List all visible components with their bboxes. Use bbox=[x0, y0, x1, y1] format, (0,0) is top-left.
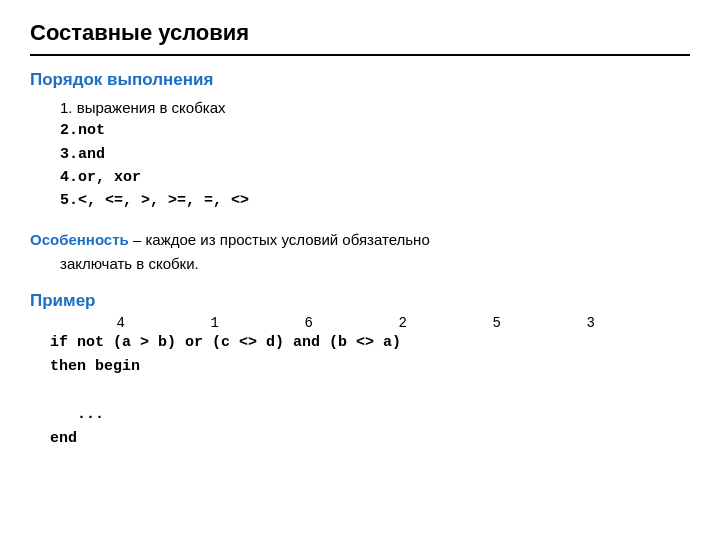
list-item: 2.not bbox=[60, 119, 690, 142]
feature-text-line2: заключать в скобки. bbox=[60, 252, 690, 275]
execution-order-heading: Порядок выполнения bbox=[30, 70, 690, 90]
feature-block: Особенность – каждое из простых условий … bbox=[30, 228, 690, 275]
example-numbers: 4 1 6 2 5 3 bbox=[60, 315, 690, 331]
feature-text: – каждое из простых условий обязательно bbox=[129, 231, 430, 248]
code-line1: if not (a > b) or (c <> d) and (b <> a) bbox=[50, 334, 401, 351]
order-list: 1. выражения в скобках 2.not 3.and 4.or,… bbox=[60, 96, 690, 212]
list-item: 4.or, xor bbox=[60, 166, 690, 189]
code-line3: ... bbox=[50, 406, 104, 423]
code-line4: end bbox=[50, 430, 77, 447]
page-title: Составные условия bbox=[30, 20, 690, 56]
feature-label: Особенность bbox=[30, 231, 129, 248]
list-item: 5.<, <=, >, >=, =, <> bbox=[60, 189, 690, 212]
example-section: Пример 4 1 6 2 5 3 if not (a > b) or (c … bbox=[30, 291, 690, 451]
list-item: 1. выражения в скобках bbox=[60, 96, 690, 119]
example-code: if not (a > b) or (c <> d) and (b <> a) … bbox=[50, 331, 690, 451]
code-line2: then begin bbox=[50, 358, 140, 375]
list-item: 3.and bbox=[60, 143, 690, 166]
main-page: Составные условия Порядок выполнения 1. … bbox=[0, 0, 720, 540]
example-heading: Пример bbox=[30, 291, 690, 311]
